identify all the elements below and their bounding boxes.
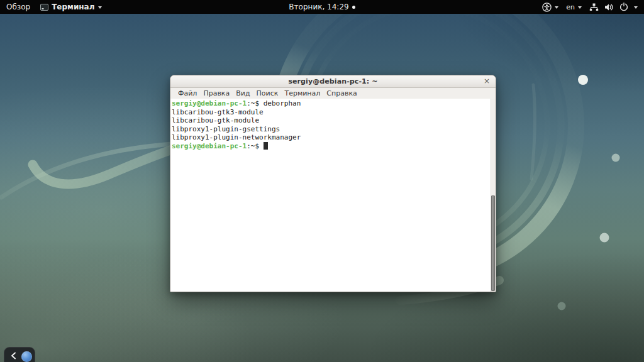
accessibility-icon	[542, 3, 552, 12]
menu-bar: Файл Правка Вид Поиск Терминал Справка	[170, 88, 496, 99]
window-title: sergiy@debian-pc-1: ~	[170, 77, 496, 85]
chevron-down-icon	[555, 6, 558, 9]
system-menu-button[interactable]	[589, 3, 638, 11]
keyboard-layout-label: en	[566, 3, 575, 11]
scrollbar-thumb[interactable]	[491, 195, 495, 291]
terminal-output: sergiy@debian-pc-1:~$ deborphanlibcaribo…	[172, 99, 496, 150]
menu-item-view[interactable]: Вид	[233, 89, 253, 97]
terminal-viewport[interactable]: sergiy@debian-pc-1:~$ deborphanlibcaribo…	[170, 99, 496, 292]
menu-item-edit[interactable]: Правка	[200, 89, 233, 97]
power-icon	[619, 3, 628, 11]
chevron-down-icon	[578, 6, 582, 9]
window-titlebar[interactable]: sergiy@debian-pc-1: ~ ×	[170, 75, 496, 88]
terminal-line: libcaribou-gtk3-module	[172, 108, 496, 117]
clock-label: Вторник, 14:29	[289, 3, 348, 11]
terminal-line: libproxy1-plugin-gsettings	[172, 125, 496, 134]
app-menu-button[interactable]: Терминал	[40, 3, 101, 11]
top-bar: Обзор Терминал Вторник, 14:29	[0, 0, 644, 14]
activities-button[interactable]: Обзор	[6, 3, 30, 11]
terminal-cursor	[264, 142, 268, 150]
chevron-down-icon	[634, 6, 638, 9]
dash-back-chevron-icon[interactable]	[10, 351, 16, 362]
terminal-app-icon	[40, 3, 48, 11]
close-button[interactable]: ×	[482, 77, 491, 86]
volume-icon	[604, 3, 614, 11]
browser-app-icon[interactable]	[21, 351, 32, 362]
terminal-line: libproxy1-plugin-networkmanager	[172, 133, 496, 142]
clock-button[interactable]: Вторник, 14:29	[289, 3, 355, 11]
terminal-line: sergiy@debian-pc-1:~$ deborphan	[172, 99, 496, 108]
menu-item-file[interactable]: Файл	[175, 89, 200, 97]
accessibility-menu-button[interactable]	[542, 3, 558, 12]
keyboard-layout-button[interactable]: en	[566, 3, 582, 11]
dash-panel	[4, 347, 35, 362]
chevron-down-icon	[98, 6, 102, 9]
network-wired-icon	[589, 3, 599, 11]
activities-label: Обзор	[6, 3, 30, 11]
app-menu-label: Терминал	[52, 3, 94, 11]
menu-item-help[interactable]: Справка	[323, 89, 360, 97]
terminal-window: sergiy@debian-pc-1: ~ × Файл Правка Вид …	[170, 75, 496, 292]
terminal-line: libcaribou-gtk-module	[172, 116, 496, 125]
scrollbar[interactable]	[491, 99, 496, 292]
menu-item-search[interactable]: Поиск	[253, 89, 282, 97]
terminal-line: sergiy@debian-pc-1:~$	[172, 142, 496, 151]
menu-item-terminal[interactable]: Терминал	[281, 89, 323, 97]
